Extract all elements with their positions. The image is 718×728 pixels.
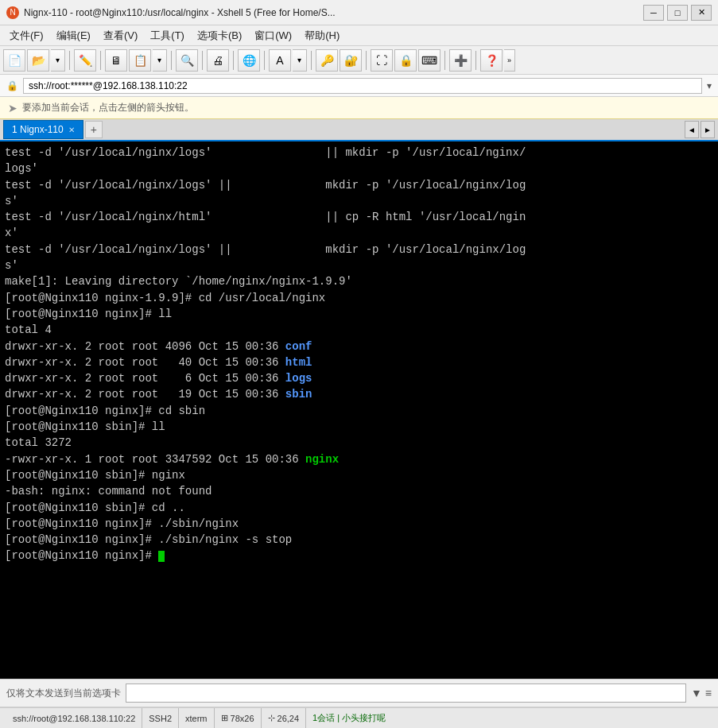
toolbar-lock[interactable]: 🔒 <box>394 49 417 72</box>
status-bar: ssh://root@192.168.138.110:22 SSH2 xterm… <box>0 707 718 728</box>
toolbar-copy-dropdown[interactable]: ▾ <box>153 49 167 72</box>
toolbar: 📄 📂 ▾ ✏️ 🖥 📋 ▾ 🔍 🖨 🌐 A ▾ 🔑 🔐 ⛶ 🔒 ⌨ ➕ ❓ » <box>0 46 718 75</box>
tab-close-icon[interactable]: ✕ <box>68 126 75 134</box>
toolbar-resize[interactable]: ⛶ <box>371 49 393 72</box>
status-size: ⊞ 78x26 <box>215 708 262 728</box>
new-tab-button[interactable]: + <box>85 121 103 138</box>
toolbar-globe[interactable]: 🌐 <box>238 49 260 72</box>
menu-file[interactable]: 文件(F) <box>3 27 50 45</box>
active-tab[interactable]: 1 Nignx-110 ✕ <box>3 120 83 139</box>
tab-bar: 1 Nignx-110 ✕ + ◄ ► <box>0 119 718 141</box>
toolbar-plus[interactable]: ➕ <box>449 49 472 72</box>
maximize-button[interactable]: □ <box>667 5 688 21</box>
address-bar: 🔒 ▾ <box>0 75 718 97</box>
status-protocol: SSH2 <box>142 708 179 728</box>
toolbar-sep-10 <box>475 51 476 70</box>
info-bar: ➤ 要添加当前会话，点击左侧的箭头按钮。 <box>0 97 718 119</box>
bottom-bar: 仅将文本发送到当前选项卡 ▼ ≡ <box>0 679 718 707</box>
menu-help[interactable]: 帮助(H) <box>298 27 346 45</box>
toolbar-sep-8 <box>366 51 367 70</box>
tab-label: 1 Nignx-110 <box>12 124 64 135</box>
toolbar-print[interactable]: 🖨 <box>207 49 229 72</box>
terminal-line: test -d '/usr/local/nginx/logs' || mkdir… <box>5 146 526 175</box>
toolbar-help[interactable]: ❓ <box>480 49 503 72</box>
toolbar-font[interactable]: A <box>269 49 291 72</box>
tab-arrows: ◄ ► <box>685 121 715 138</box>
menu-view[interactable]: 查看(V) <box>97 27 144 45</box>
terminal-line: [root@Nginx110 sbin]# cd .. <box>5 501 185 514</box>
app-icon: N <box>6 6 19 19</box>
terminal-link: sbin <box>285 388 312 401</box>
terminal-line: [root@Nginx110 nginx]# cd sbin <box>5 405 205 417</box>
terminal-line: -rwxr-xr-x. 1 root root 3347592 Oct 15 0… <box>5 453 305 466</box>
terminal-line: [root@Nginx110 sbin]# nginx <box>5 469 185 482</box>
status-extra: 1会话 | 小头接打呢 <box>306 708 392 728</box>
window-title: Nignx-110 - root@Nginx110:/usr/local/ngi… <box>24 7 643 18</box>
menu-bar: 文件(F) 编辑(E) 查看(V) 工具(T) 选项卡(B) 窗口(W) 帮助(… <box>0 25 718 46</box>
toolbar-open[interactable]: 📂 <box>27 49 49 72</box>
bottom-label: 仅将文本发送到当前选项卡 <box>6 687 121 700</box>
window-controls: ─ □ ✕ <box>643 5 712 21</box>
toolbar-sep-9 <box>444 51 445 70</box>
terminal-link: conf <box>285 340 312 353</box>
toolbar-font-dropdown[interactable]: ▾ <box>293 49 307 72</box>
terminal-line: [root@Nginx110 nginx-1.9.9]# cd /usr/loc… <box>5 292 325 304</box>
status-terminal: xterm <box>179 708 215 728</box>
bottom-arrow-down-icon[interactable]: ▼ <box>691 687 702 699</box>
resize-icon: ⊞ <box>221 713 228 723</box>
title-bar: N Nignx-110 - root@Nginx110:/usr/local/n… <box>0 0 718 25</box>
terminal-line: test -d '/usr/local/nginx/logs' || mkdir… <box>5 243 526 272</box>
toolbar-sep-3 <box>171 51 172 70</box>
toolbar-more[interactable]: » <box>504 49 515 72</box>
toolbar-sep-1 <box>69 51 70 70</box>
toolbar-sep-7 <box>311 51 312 70</box>
terminal-cursor <box>158 551 165 562</box>
status-cursor: ⊹ 26,24 <box>262 708 307 728</box>
close-button[interactable]: ✕ <box>691 5 712 21</box>
toolbar-key1[interactable]: 🔑 <box>316 49 338 72</box>
menu-tools[interactable]: 工具(T) <box>144 27 191 45</box>
terminal-link: logs <box>285 372 312 385</box>
terminal-line: test -d '/usr/local/nginx/html' || cp -R… <box>5 211 526 239</box>
toolbar-sep-5 <box>233 51 234 70</box>
terminal-line: -bash: nginx: command not found <box>5 485 212 498</box>
toolbar-copy[interactable]: 📋 <box>129 49 151 72</box>
bottom-menu-icon[interactable]: ≡ <box>705 687 712 699</box>
terminal-line: [root@Nginx110 nginx]# ./sbin/nginx <box>5 517 239 530</box>
toolbar-sep-6 <box>264 51 265 70</box>
toolbar-keyboard[interactable]: ⌨ <box>418 49 441 72</box>
toolbar-open-dropdown[interactable]: ▾ <box>51 49 65 72</box>
info-arrow-icon: ➤ <box>8 102 17 114</box>
terminal-prompt: [root@Nginx110 nginx]# <box>5 549 158 562</box>
address-lock-icon: 🔒 <box>6 80 18 91</box>
terminal-line: make[1]: Leaving directory `/home/nginx/… <box>5 275 352 288</box>
bottom-icons: ▼ ≡ <box>691 687 712 699</box>
toolbar-edit[interactable]: ✏️ <box>74 49 96 72</box>
menu-window[interactable]: 窗口(W) <box>248 27 298 45</box>
terminal-line: [root@Nginx110 nginx]# ./sbin/nginx -s s… <box>5 533 292 546</box>
toolbar-properties[interactable]: 🖥 <box>105 49 127 72</box>
tab-arrow-right[interactable]: ► <box>701 121 715 138</box>
info-text: 要添加当前会话，点击左侧的箭头按钮。 <box>22 101 194 114</box>
menu-tabs[interactable]: 选项卡(B) <box>191 27 248 45</box>
terminal-line: drwxr-xr-x. 2 root root 19 Oct 15 00:36 <box>5 388 285 401</box>
terminal-line: [root@Nginx110 sbin]# ll <box>5 420 165 433</box>
terminal-line: drwxr-xr-x. 2 root root 40 Oct 15 00:36 <box>5 356 285 369</box>
terminal-line: total 3272 <box>5 436 72 449</box>
tab-arrow-left[interactable]: ◄ <box>685 121 699 138</box>
status-ssh: ssh://root@192.168.138.110:22 <box>6 708 142 728</box>
toolbar-key2[interactable]: 🔐 <box>340 49 362 72</box>
menu-edit[interactable]: 编辑(E) <box>50 27 97 45</box>
cursor-icon: ⊹ <box>268 713 275 723</box>
terminal-line: test -d '/usr/local/nginx/logs' || mkdir… <box>5 179 526 207</box>
address-input[interactable] <box>23 78 702 94</box>
minimize-button[interactable]: ─ <box>643 5 664 21</box>
toolbar-new[interactable]: 📄 <box>3 49 25 72</box>
terminal-exe-link: nginx <box>305 453 339 466</box>
terminal-line: total 4 <box>5 323 52 336</box>
bottom-input[interactable] <box>126 683 686 703</box>
address-dropdown-arrow[interactable]: ▾ <box>707 80 712 91</box>
terminal[interactable]: test -d '/usr/local/nginx/logs' || mkdir… <box>0 141 718 679</box>
toolbar-search[interactable]: 🔍 <box>176 49 198 72</box>
terminal-line: drwxr-xr-x. 2 root root 4096 Oct 15 00:3… <box>5 340 285 353</box>
